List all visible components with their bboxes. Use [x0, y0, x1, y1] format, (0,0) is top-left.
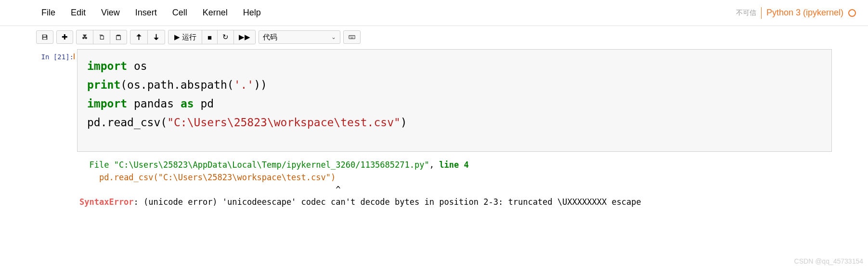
input-area[interactable]: import os print(os.path.abspath('.')) im… — [77, 49, 832, 152]
cursor-icon — [74, 53, 75, 59]
save-icon — [41, 34, 48, 40]
kernel-name[interactable]: Python 3 (ipykernel) — [766, 8, 843, 18]
code-content[interactable]: import os print(os.path.abspath('.')) im… — [78, 50, 831, 151]
menu-edit[interactable]: Edit — [63, 5, 93, 21]
restart-run-all-button[interactable]: ▶▶ — [234, 30, 255, 44]
chevron-down-icon: ⌄ — [331, 34, 336, 40]
menu-bar: File Edit View Insert Cell Kernel Help — [0, 5, 269, 21]
cut-button[interactable] — [77, 30, 93, 44]
run-button[interactable]: ▶ 运行 — [168, 30, 202, 44]
arrow-up-icon: 🠅 — [135, 33, 143, 41]
arrow-down-icon: 🠇 — [153, 33, 160, 41]
cell-type-value: 代码 — [263, 33, 277, 42]
output-content: File "C:\Users\25823\AppData\Local\Temp/… — [77, 159, 832, 208]
menu-kernel[interactable]: Kernel — [195, 5, 235, 21]
paste-icon — [115, 34, 122, 40]
notebook-header: File Edit View Insert Cell Kernel Help 不… — [0, 0, 868, 26]
plus-icon: ✚ — [62, 33, 68, 41]
interrupt-button[interactable]: ■ — [202, 30, 218, 44]
save-button[interactable] — [36, 30, 53, 44]
keyboard-icon — [349, 34, 355, 40]
output-area: File "C:\Users\25823\AppData\Local\Temp/… — [36, 159, 832, 208]
restart-icon: ↻ — [222, 33, 229, 41]
paste-button[interactable] — [110, 30, 127, 44]
edit-group — [76, 30, 127, 44]
kernel-indicator-icon — [848, 9, 856, 17]
input-prompt: In [21]: — [36, 49, 77, 152]
play-icon: ▶ — [174, 33, 180, 41]
menu-insert[interactable]: Insert — [128, 5, 165, 21]
cut-icon — [81, 34, 88, 40]
restart-button[interactable]: ↻ — [218, 30, 234, 44]
move-up-button[interactable]: 🠅 — [130, 30, 148, 44]
menu-cell[interactable]: Cell — [165, 5, 195, 21]
copy-button[interactable] — [93, 30, 110, 44]
fast-forward-icon: ▶▶ — [239, 33, 250, 41]
copy-icon — [98, 34, 105, 40]
add-cell-button[interactable]: ✚ — [56, 30, 73, 44]
move-down-button[interactable]: 🠇 — [148, 30, 165, 44]
stop-icon: ■ — [207, 33, 212, 41]
trust-status[interactable]: 不可信 — [736, 9, 756, 17]
menu-help[interactable]: Help — [235, 5, 269, 21]
move-group: 🠅 🠇 — [130, 30, 165, 44]
cell-type-select[interactable]: 代码 ⌄ — [259, 30, 340, 44]
output-prompt — [36, 159, 77, 208]
run-group: ▶ 运行 ■ ↻ ▶▶ — [168, 30, 256, 44]
code-cell[interactable]: In [21]: import os print(os.path.abspath… — [36, 49, 832, 152]
menu-view[interactable]: View — [93, 5, 128, 21]
run-label: 运行 — [182, 33, 196, 42]
command-palette-button[interactable] — [343, 30, 361, 44]
toolbar: ✚ 🠅 🠇 ▶ 运行 ■ ↻ ▶▶ 代码 ⌄ — [0, 26, 868, 48]
notebook-container: In [21]: import os print(os.path.abspath… — [0, 49, 868, 208]
divider — [761, 7, 762, 19]
menu-file[interactable]: File — [34, 5, 63, 21]
kernel-info: 不可信 Python 3 (ipykernel) — [736, 7, 868, 19]
